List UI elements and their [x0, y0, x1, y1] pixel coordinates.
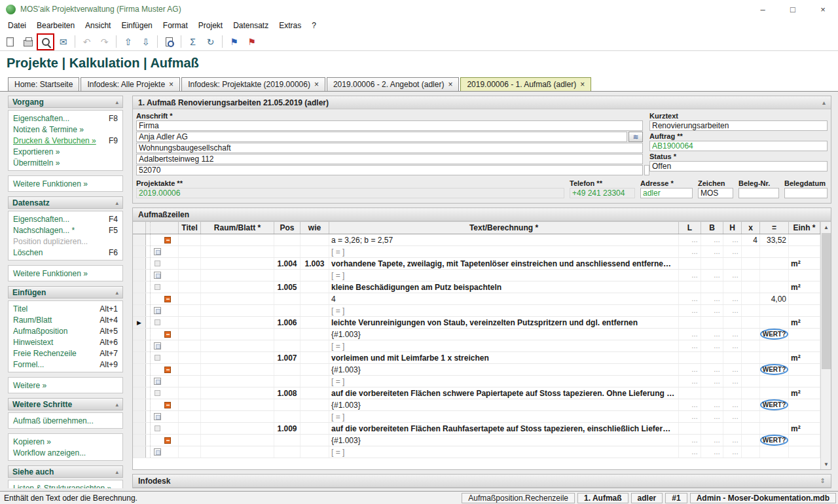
- pos-cell[interactable]: 1.006: [274, 317, 301, 328]
- unit-cell[interactable]: m²: [789, 352, 820, 363]
- unit-cell[interactable]: [789, 305, 820, 316]
- multiplier-cell[interactable]: [742, 281, 760, 293]
- dim-h-cell[interactable]: …: [723, 376, 742, 387]
- text-berechnung-cell[interactable]: {#1.003}: [329, 364, 679, 375]
- grid-row[interactable]: [ = ]………: [133, 340, 820, 352]
- ellipsis-button[interactable]: …: [714, 342, 721, 350]
- collapse-icon[interactable]: ▴: [115, 200, 118, 206]
- grid-row[interactable]: [ = ]………: [133, 270, 820, 281]
- pos-cell[interactable]: [274, 399, 301, 410]
- text-berechnung-cell[interactable]: [ = ]: [329, 376, 679, 387]
- page-preview-icon[interactable]: [161, 34, 177, 50]
- column-header-tree[interactable]: [146, 222, 179, 234]
- column-header-result[interactable]: =: [760, 222, 789, 234]
- print-icon[interactable]: [20, 34, 36, 50]
- grid-row[interactable]: 4………4,00: [133, 293, 820, 305]
- raum-blatt-cell[interactable]: [201, 376, 274, 387]
- scroll-down-icon[interactable]: ▼: [821, 459, 831, 469]
- tab-2019-00006-1-aufma-adler[interactable]: 2019.00006 - 1. Aufmaß (adler)×: [460, 77, 591, 91]
- ellipsis-button[interactable]: …: [691, 401, 699, 408]
- multiplier-cell[interactable]: [742, 376, 760, 387]
- expander-icon[interactable]: [154, 448, 161, 456]
- grid-row[interactable]: [ = ]………: [133, 411, 820, 423]
- unit-cell[interactable]: m²: [789, 281, 820, 293]
- dim-h-cell[interactable]: [723, 387, 742, 399]
- collapse-icon[interactable]: ▴: [115, 289, 118, 296]
- sidebar-item-titel[interactable]: TitelAlt+1: [9, 303, 122, 314]
- dim-b-cell[interactable]: …: [701, 364, 723, 375]
- multiplier-cell[interactable]: 4: [742, 234, 760, 245]
- multiplier-cell[interactable]: [742, 293, 760, 304]
- row-selector[interactable]: [133, 411, 146, 422]
- zeichen-field[interactable]: MOS: [698, 188, 733, 198]
- result-cell[interactable]: [760, 387, 789, 399]
- wie-cell[interactable]: [301, 435, 329, 446]
- dim-h-cell[interactable]: …: [723, 305, 742, 316]
- dim-l-cell[interactable]: …: [679, 411, 701, 422]
- grid-row[interactable]: ▶1.006leichte Verunreinigungen von Staub…: [133, 317, 820, 329]
- result-cell[interactable]: 4,00: [760, 293, 789, 304]
- multiplier-cell[interactable]: [742, 411, 760, 422]
- grid-row[interactable]: [ = ]………: [133, 376, 820, 387]
- dim-l-cell[interactable]: …: [679, 340, 701, 351]
- dim-h-cell[interactable]: …: [723, 411, 742, 422]
- titel-cell[interactable]: [179, 305, 201, 316]
- unit-cell[interactable]: [789, 399, 820, 410]
- sidebar-section-header-siehe-auch[interactable]: Siehe auch▴: [8, 465, 123, 478]
- wie-cell[interactable]: [301, 246, 329, 257]
- sidebar-item-notizen-termine[interactable]: Notizen & Termine »: [9, 124, 122, 135]
- dim-b-cell[interactable]: …: [701, 234, 723, 245]
- sidebar-item-weitere[interactable]: Weitere »: [9, 380, 122, 391]
- dim-b-cell[interactable]: …: [701, 270, 723, 281]
- wie-cell[interactable]: [301, 352, 329, 363]
- menu-item-extras[interactable]: Extras: [274, 20, 306, 31]
- wie-cell[interactable]: [301, 305, 329, 316]
- pos-cell[interactable]: [274, 293, 301, 304]
- titel-cell[interactable]: [179, 293, 201, 304]
- menu-item-format[interactable]: Format: [158, 20, 193, 31]
- text-berechnung-cell[interactable]: {#1.003}: [329, 329, 679, 340]
- text-berechnung-cell[interactable]: vorhandene Tapete, zweilagig, mit Tapete…: [329, 258, 679, 269]
- tab-close-icon[interactable]: ×: [580, 81, 585, 88]
- ellipsis-button[interactable]: …: [691, 378, 699, 385]
- dim-l-cell[interactable]: …: [679, 376, 701, 387]
- dim-b-cell[interactable]: [701, 281, 723, 293]
- column-header-b[interactable]: B: [701, 222, 723, 234]
- redo-icon[interactable]: ↷: [96, 34, 113, 50]
- grid-row[interactable]: 1.0041.003vorhandene Tapete, zweilagig, …: [133, 258, 820, 270]
- ellipsis-button[interactable]: …: [732, 366, 739, 373]
- close-button[interactable]: ×: [808, 0, 838, 18]
- sidebar-item-l-schen[interactable]: LöschenF6: [9, 247, 122, 258]
- dim-l-cell[interactable]: …: [679, 399, 701, 410]
- unit-cell[interactable]: [789, 446, 820, 458]
- expander-icon[interactable]: [154, 413, 161, 420]
- row-selector[interactable]: [133, 352, 146, 363]
- ellipsis-button[interactable]: …: [691, 307, 699, 314]
- collapse-icon[interactable]: ▴: [115, 401, 118, 408]
- raum-blatt-cell[interactable]: [201, 317, 274, 328]
- sidebar-item-kopieren[interactable]: Kopieren »: [9, 436, 122, 447]
- multiplier-cell[interactable]: [742, 305, 760, 316]
- menu-item-datensatz[interactable]: Datensatz: [228, 20, 274, 31]
- row-selector[interactable]: [133, 446, 146, 458]
- belegnr-field[interactable]: [738, 188, 779, 198]
- dim-l-cell[interactable]: [679, 258, 701, 269]
- row-selector[interactable]: [133, 329, 146, 340]
- dim-l-cell[interactable]: …: [679, 305, 701, 316]
- titel-cell[interactable]: [179, 364, 201, 375]
- pos-cell[interactable]: [274, 270, 301, 281]
- wie-cell[interactable]: [301, 376, 329, 387]
- row-selector[interactable]: [133, 399, 146, 410]
- dim-l-cell[interactable]: …: [679, 293, 701, 304]
- multiplier-cell[interactable]: [742, 270, 760, 281]
- grid-row[interactable]: [ = ]………: [133, 305, 820, 317]
- ellipsis-button[interactable]: …: [714, 295, 721, 302]
- pos-cell[interactable]: [274, 329, 301, 340]
- row-selector[interactable]: [133, 387, 146, 399]
- dim-l-cell[interactable]: [679, 281, 701, 293]
- column-header-rowsel[interactable]: [133, 222, 146, 234]
- text-berechnung-cell[interactable]: vorleimen und mit Leimfarbe 1 x streiche…: [329, 352, 679, 363]
- ellipsis-button[interactable]: …: [732, 437, 739, 444]
- titel-cell[interactable]: [179, 317, 201, 328]
- menu-item-ansicht[interactable]: Ansicht: [80, 20, 116, 31]
